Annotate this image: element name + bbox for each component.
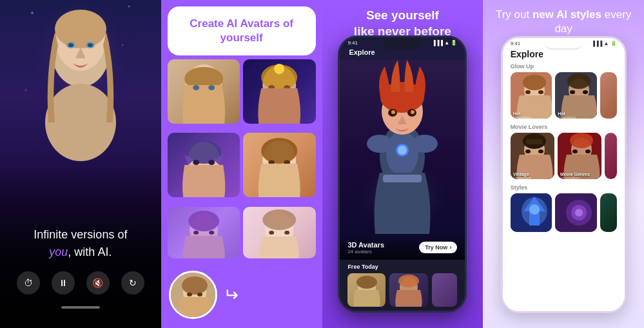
- svg-point-49: [367, 135, 393, 153]
- selfie-circle: [169, 271, 217, 319]
- svg-point-38: [284, 231, 289, 235]
- svg-point-43: [197, 293, 202, 296]
- style-card-2: [555, 193, 597, 232]
- panel4-title: Try out new AI styles every day: [483, 8, 644, 36]
- styles-cards: [503, 193, 625, 232]
- explore-header-4: Explore: [503, 48, 625, 63]
- hero-card-title: 3D Avatars: [347, 241, 384, 249]
- section-styles: Styles: [503, 184, 625, 193]
- volume-button[interactable]: 🔇: [86, 271, 110, 294]
- svg-point-71: [583, 90, 588, 94]
- phone-mockup-3: 9:41 ▐▐▐ ▲ 🔋 Explore: [338, 35, 467, 313]
- hero-card-count: 24 avatars: [347, 249, 384, 255]
- svg-point-69: [567, 73, 590, 89]
- style-card-1: [511, 193, 552, 232]
- avatar-cell-2: [243, 59, 315, 124]
- glow-up-cards: Hot 24 avatars Hot 24 avatars: [503, 72, 625, 124]
- svg-point-89: [575, 209, 583, 217]
- svg-point-66: [538, 90, 543, 94]
- rotate-button[interactable]: ↻: [121, 271, 144, 294]
- svg-point-76: [525, 150, 531, 153]
- free-today-label: Free Today: [347, 264, 457, 270]
- phone-notch-2: [544, 38, 583, 50]
- svg-point-26: [208, 160, 215, 165]
- explore-label: Explore: [340, 47, 465, 60]
- section-movie-lovers: Movie Lovers: [503, 124, 625, 133]
- free-today-section: Free Today: [340, 260, 465, 311]
- svg-point-80: [570, 133, 593, 148]
- vintage-card: Vintage 24 avatars: [511, 133, 554, 179]
- phone-mockup-4: 9:41 ▐▐▐ ▲ 🔋 Explore Glow Up Hot 24 avat…: [501, 36, 627, 313]
- svg-point-55: [391, 110, 395, 114]
- free-card-2: [389, 273, 428, 307]
- svg-point-56: [411, 110, 415, 114]
- home-indicator: [61, 306, 100, 309]
- svg-point-85: [529, 204, 540, 215]
- panel1-ai: AI.: [97, 246, 112, 258]
- svg-point-70: [570, 90, 575, 94]
- timer-button[interactable]: ⏱: [17, 271, 40, 294]
- svg-point-34: [209, 231, 214, 235]
- hero-info-card: 3D Avatars 24 avatars Try Now ›: [340, 236, 465, 260]
- svg-point-65: [525, 90, 531, 94]
- panel-3: See yourself like never before 9:41 ▐▐▐ …: [322, 0, 483, 328]
- svg-point-32: [188, 211, 219, 231]
- movie-card-partial: [605, 133, 616, 179]
- svg-point-41: [182, 276, 208, 294]
- panel1-bottom-text: Infinite versions of you, with AI.: [34, 226, 127, 261]
- svg-point-17: [208, 85, 215, 90]
- section-glow-up: Glow Up: [503, 63, 625, 72]
- phone-screen-3: 9:41 ▐▐▐ ▲ 🔋 Explore: [340, 37, 465, 311]
- panel2-title: Create AI Avatars of yourself: [179, 17, 304, 45]
- svg-point-50: [412, 135, 438, 153]
- avatar-cell-5: [168, 207, 240, 258]
- free-card-3: [432, 273, 457, 307]
- movie-lovers-cards: Vintage 24 avatars Movie Genres 24 creat…: [503, 133, 625, 184]
- hot-card-3-partial: [600, 72, 617, 119]
- status-bar: 9:41 ▐▐▐ ▲ 🔋: [340, 37, 465, 47]
- svg-point-48: [398, 146, 407, 155]
- avatar-cell-4: [243, 133, 315, 197]
- svg-point-16: [193, 85, 199, 90]
- hot-card-1: Hot 24 avatars: [511, 72, 552, 119]
- style-card-3-partial: [600, 193, 617, 232]
- panel1-you: you: [49, 246, 68, 258]
- free-today-cards: [347, 273, 457, 307]
- svg-point-81: [572, 150, 578, 153]
- phone-screen-4: 9:41 ▐▐▐ ▲ 🔋 Explore Glow Up Hot 24 avat…: [503, 38, 625, 311]
- svg-rect-75: [526, 139, 543, 144]
- svg-rect-57: [383, 175, 422, 182]
- avatar-cell-6: [243, 207, 315, 258]
- svg-point-64: [523, 75, 546, 90]
- svg-point-36: [262, 209, 296, 230]
- svg-point-82: [585, 150, 590, 153]
- svg-point-77: [538, 150, 543, 153]
- svg-point-28: [261, 138, 297, 164]
- hero-area: 3D Avatars 24 avatars Try Now ›: [340, 60, 465, 260]
- panel-1: Infinite versions of you, with AI. ⏱ ⏸ 🔇…: [0, 0, 161, 328]
- panel3-title: See yourself like never before: [322, 8, 483, 39]
- svg-point-61: [398, 275, 419, 287]
- arrow-icon: ↵: [224, 284, 239, 305]
- warrior-svg: [340, 60, 465, 234]
- avatar-grid: [168, 59, 316, 264]
- hot-card-2: Hot 24 avatars: [555, 72, 597, 119]
- svg-point-37: [269, 231, 274, 235]
- avatar-cell-3: [168, 133, 240, 197]
- panel2-title-card: Create AI Avatars of yourself: [168, 6, 316, 55]
- panel-4: Try out new AI styles every day 9:41 ▐▐▐…: [483, 0, 644, 328]
- pause-button[interactable]: ⏸: [52, 271, 75, 294]
- panel1-text-line1: Infinite versions of: [34, 228, 127, 241]
- svg-point-33: [193, 231, 199, 235]
- movie-genres-card: Movie Genres 24 creators: [558, 133, 601, 179]
- panel2-bottom-row: ↵: [168, 268, 316, 322]
- svg-point-59: [356, 276, 377, 289]
- panel-2: Create AI Avatars of yourself: [161, 0, 322, 328]
- avatar-cell-1: [168, 59, 240, 124]
- svg-point-20: [274, 64, 284, 74]
- free-card-1: [347, 273, 385, 307]
- try-now-button[interactable]: Try Now ›: [419, 242, 457, 253]
- svg-point-42: [187, 293, 192, 296]
- svg-point-25: [193, 160, 199, 165]
